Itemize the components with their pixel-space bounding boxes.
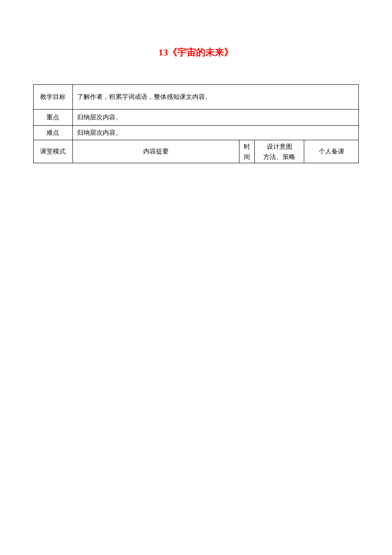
row-column-headers: 课堂模式 内容提要 时 间 设计意图 方法、策略 个人备课: [34, 140, 359, 163]
page-title: 13《宇宙的未来》: [0, 46, 392, 59]
header-time-line2: 间: [244, 153, 250, 160]
row-difficulty: 难点 归纳层次内容。: [34, 126, 359, 140]
header-design-intent: 设计意图 方法、策略: [255, 140, 304, 163]
header-time-line1: 时: [244, 143, 250, 150]
header-time: 时 间: [239, 140, 255, 163]
value-teaching-objective: 了解作者，积累字词成语，整体感知课文内容。: [72, 85, 358, 110]
label-difficulty: 难点: [34, 126, 73, 140]
label-focus: 重点: [34, 110, 73, 126]
value-focus: 归纳层次内容。: [72, 110, 358, 126]
lesson-plan-table: 教学目标 了解作者，积累字词成语，整体感知课文内容。 重点 归纳层次内容。 难点…: [33, 84, 359, 163]
header-content-summary: 内容提要: [72, 140, 239, 163]
value-difficulty: 归纳层次内容。: [72, 126, 358, 140]
label-teaching-objective: 教学目标: [34, 85, 73, 110]
header-design-intent-line1: 设计意图: [267, 143, 292, 150]
header-class-mode: 课堂模式: [34, 140, 73, 163]
header-personal-notes: 个人备课: [304, 140, 359, 163]
row-teaching-objective: 教学目标 了解作者，积累字词成语，整体感知课文内容。: [34, 85, 359, 110]
header-design-intent-line2: 方法、策略: [263, 153, 295, 160]
lesson-plan-table-wrapper: 教学目标 了解作者，积累字词成语，整体感知课文内容。 重点 归纳层次内容。 难点…: [33, 84, 359, 163]
row-focus: 重点 归纳层次内容。: [34, 110, 359, 126]
